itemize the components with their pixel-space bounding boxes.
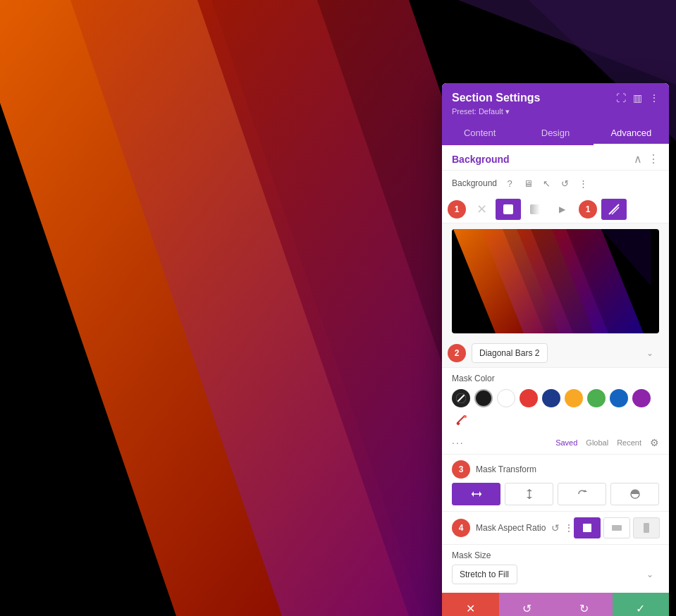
color-swatch-white[interactable] [497, 389, 515, 407]
save-button[interactable]: ✓ [613, 593, 670, 616]
dots-icon[interactable]: ··· [452, 437, 465, 448]
mask-color-section: Mask Color [442, 367, 669, 454]
type-pattern-btn[interactable] [601, 199, 627, 220]
bg-more-icon[interactable]: ⋮ [576, 176, 590, 190]
section-header-controls: ∧ ⋮ [634, 152, 659, 166]
aspect-reset-icon[interactable]: ↺ [551, 522, 560, 534]
color-swatch-purple[interactable] [632, 389, 651, 407]
svg-rect-19 [456, 421, 460, 426]
redo-button[interactable]: ↻ [555, 593, 613, 616]
svg-point-20 [464, 415, 467, 418]
color-swatch-darkblue[interactable] [542, 389, 560, 407]
more-icon[interactable]: ⋮ [649, 92, 659, 104]
tab-design[interactable]: Design [517, 122, 593, 145]
aspect-portrait-btn[interactable] [633, 517, 660, 538]
panel-tabs: Content Design Advanced [442, 122, 669, 145]
color-picker-btn[interactable] [452, 412, 470, 430]
svg-line-18 [457, 416, 465, 423]
aspect-square-btn[interactable] [574, 517, 601, 538]
flip-h-btn[interactable] [452, 483, 500, 505]
color-settings-icon[interactable]: ⚙ [650, 437, 659, 448]
svg-marker-26 [527, 497, 532, 499]
type-step-btn[interactable]: 1 [579, 200, 597, 218]
color-swatch-blue[interactable] [610, 389, 628, 407]
expand-icon[interactable]: ⛶ [616, 92, 626, 104]
panel-header: Section Settings ⛶ ▥ ⋮ Preset: Default ▾ [442, 83, 669, 122]
color-swatch-black[interactable] [474, 389, 493, 407]
color-swatch-green[interactable] [587, 389, 606, 407]
mask-color-label: Mask Color [452, 374, 659, 383]
mask-size-label: Mask Size [452, 550, 659, 560]
section-more-icon[interactable]: ⋮ [648, 152, 659, 166]
reset-icon[interactable]: ↺ [558, 176, 572, 190]
pattern-select[interactable]: Diagonal Bars 1 Diagonal Bars 2 Diagonal… [472, 343, 548, 363]
panel-body: Background ∧ ⋮ Background ? 🖥 ↖ ↺ ⋮ 1 [442, 145, 669, 593]
svg-rect-6 [503, 204, 513, 214]
cursor-icon[interactable]: ↖ [539, 176, 553, 190]
badge1-wrapper: 1 [442, 200, 467, 218]
settings-panel: Section Settings ⛶ ▥ ⋮ Preset: Default ▾… [442, 83, 669, 616]
aspect-landscape-btn[interactable] [603, 517, 630, 538]
undo-icon: ↺ [522, 602, 531, 615]
mask-aspect-row: 4 Mask Aspect Ratio ↺ ⋮ [452, 517, 659, 538]
type-video-btn[interactable]: ▶ [549, 199, 574, 220]
svg-rect-7 [530, 204, 540, 214]
flip-v-btn[interactable] [505, 483, 553, 505]
mask-transform-header: 3 Mask Transform [452, 460, 659, 479]
step2-badge: 2 [448, 344, 466, 362]
panel-header-icons: ⛶ ▥ ⋮ [616, 92, 659, 104]
color-swatch-yellow[interactable] [565, 389, 583, 407]
svg-rect-30 [612, 525, 622, 531]
transform-buttons [452, 483, 659, 505]
saved-tab[interactable]: Saved [555, 438, 577, 447]
columns-icon[interactable]: ▥ [633, 92, 642, 104]
background-section-header: Background ∧ ⋮ [442, 145, 669, 171]
step3-badge: 3 [452, 460, 470, 479]
mask-size-section: Mask Size Stretch to Fill Tile Fit [442, 544, 669, 593]
pattern-preview [452, 229, 659, 333]
step1-badge: 1 [448, 200, 466, 218]
tab-advanced[interactable]: Advanced [594, 122, 669, 145]
svg-marker-22 [472, 491, 474, 497]
panel-title: Section Settings [452, 92, 540, 104]
undo-button[interactable]: ↺ [499, 593, 556, 616]
cancel-icon: ✕ [466, 602, 475, 615]
color-swatches [452, 389, 659, 430]
type-none-btn[interactable]: ✕ [469, 199, 494, 220]
mask-aspect-section: 4 Mask Aspect Ratio ↺ ⋮ [442, 511, 669, 544]
type-selector-row: 1 ✕ ▶ 1 [442, 196, 669, 223]
mask-size-select[interactable]: Stretch to Fill Tile Fit [452, 565, 517, 584]
cancel-button[interactable]: ✕ [442, 593, 499, 616]
global-tab[interactable]: Global [586, 438, 608, 447]
aspect-buttons [574, 517, 660, 538]
background-row-label: Background [452, 178, 497, 188]
tab-content[interactable]: Content [442, 122, 517, 145]
preset-label[interactable]: Preset: Default ▾ [452, 107, 659, 116]
type-color-btn[interactable] [496, 199, 521, 220]
svg-marker-25 [527, 489, 532, 491]
background-row-icons: ? 🖥 ↖ ↺ ⋮ [503, 176, 590, 190]
background-row: Background ? 🖥 ↖ ↺ ⋮ [442, 171, 669, 196]
step4-badge: 4 [452, 519, 470, 537]
background-section-title: Background [452, 154, 510, 165]
desktop-icon[interactable]: 🖥 [521, 176, 535, 190]
pattern-select-wrapper: Diagonal Bars 1 Diagonal Bars 2 Diagonal… [472, 343, 659, 363]
mask-aspect-label: Mask Aspect Ratio [476, 523, 546, 533]
aspect-more-icon[interactable]: ⋮ [564, 522, 574, 534]
collapse-icon[interactable]: ∧ [634, 152, 642, 166]
help-icon[interactable]: ? [503, 176, 517, 190]
type-gradient-btn[interactable] [522, 199, 548, 220]
redo-icon: ↻ [579, 602, 589, 615]
svg-line-16 [457, 395, 465, 402]
mask-size-select-wrapper: Stretch to Fill Tile Fit [452, 565, 659, 584]
color-swatch-none[interactable] [452, 389, 470, 407]
pattern-dropdown-row: 2 Diagonal Bars 1 Diagonal Bars 2 Diagon… [442, 339, 669, 367]
recent-tab[interactable]: Recent [617, 438, 641, 447]
svg-rect-31 [644, 523, 649, 533]
invert-btn[interactable] [610, 483, 659, 505]
color-swatch-red[interactable] [520, 389, 538, 407]
rotate-btn[interactable] [558, 483, 606, 505]
mask-transform-label: Mask Transform [476, 464, 536, 474]
svg-rect-29 [583, 524, 591, 532]
mask-transform-section: 3 Mask Transform [442, 454, 669, 511]
